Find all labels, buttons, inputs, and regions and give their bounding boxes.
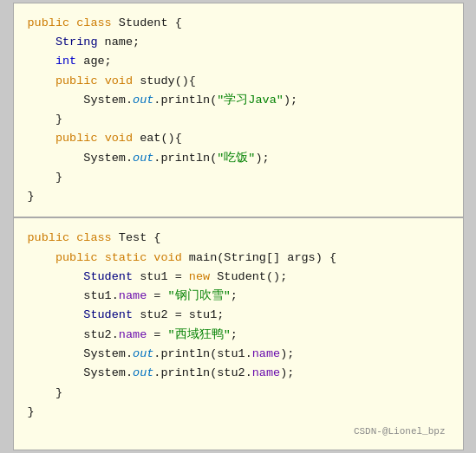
code-block-student: public class Student { String name; int … <box>13 3 464 218</box>
code-token <box>28 55 55 68</box>
code-token: .println( <box>153 94 217 107</box>
code-token: Student <box>83 270 133 283</box>
code-line: } <box>28 403 449 422</box>
code-line: stu2.name = "西域狂鸭"; <box>28 326 449 345</box>
code-token: ; <box>231 328 238 341</box>
code-token: eat(){ <box>140 132 182 145</box>
code-token: name <box>119 289 147 302</box>
code-line: public class Student { <box>28 14 449 33</box>
code-token: public <box>28 231 77 244</box>
code-line: public void eat(){ <box>28 129 449 148</box>
code-token: name <box>252 347 280 360</box>
code-token: name; <box>98 36 140 49</box>
code-line: stu1.name = "钢门吹雪"; <box>28 287 449 306</box>
code-token: ; <box>231 289 238 302</box>
code-token: name <box>119 328 147 341</box>
code-token: } <box>28 405 35 418</box>
code-token <box>28 270 84 283</box>
code-token: new <box>189 270 217 283</box>
code-token <box>28 251 55 264</box>
code-token: "学习Java" <box>217 94 284 107</box>
code-line: } <box>28 110 449 129</box>
code-token: } <box>28 171 63 184</box>
code-token: .println(stu2. <box>153 366 251 379</box>
code-line: int age; <box>28 52 449 71</box>
code-token: System. <box>83 94 133 107</box>
code-token: main(String[] args) { <box>189 251 336 264</box>
code-token <box>28 308 84 321</box>
code-token: } <box>28 113 63 126</box>
code-token: void <box>105 74 140 87</box>
code-token <box>28 36 55 49</box>
code-token: = <box>147 289 167 302</box>
code-token: study(){ <box>140 74 196 87</box>
code-token: void <box>105 132 140 145</box>
code-token: static <box>105 251 154 264</box>
code-token: String <box>55 36 98 49</box>
code-token: System. <box>83 152 133 165</box>
code-token: public <box>55 251 105 264</box>
code-line: public static void main(String[] args) { <box>28 249 449 268</box>
code-line: Student stu1 = new Student(); <box>28 268 449 287</box>
code-token: "吃饭" <box>217 152 255 165</box>
code-line: } <box>28 168 449 187</box>
code-token: name <box>252 366 280 379</box>
code-line: String name; <box>28 33 449 52</box>
code-token: ); <box>280 347 294 360</box>
code-token <box>28 152 84 165</box>
code-token: stu1 = <box>133 270 189 283</box>
code-token: class <box>76 16 119 29</box>
code-line: public class Test { <box>28 229 449 248</box>
code-token: out <box>133 94 153 107</box>
code-token: Student { <box>119 16 182 29</box>
code-token: out <box>133 347 153 360</box>
code-token <box>28 289 84 302</box>
code-token: public <box>55 132 105 145</box>
code-token: int <box>55 55 76 68</box>
code-line: } <box>28 384 449 403</box>
code-token <box>28 94 84 107</box>
code-token: Student(); <box>217 270 287 283</box>
code-line: System.out.println(stu1.name); <box>28 345 449 364</box>
code-token: age; <box>76 55 112 68</box>
code-token <box>28 347 84 360</box>
code-token: = <box>147 328 167 341</box>
code-token <box>28 366 84 379</box>
code-token: stu1. <box>83 289 119 302</box>
code-token: void <box>153 251 189 264</box>
watermark: CSDN-@Lionel_bpz <box>28 422 449 439</box>
code-line: Student stu2 = stu1; <box>28 306 449 325</box>
code-token: .println(stu1. <box>153 347 251 360</box>
code-token: System. <box>83 366 133 379</box>
code-line: System.out.println(stu2.name); <box>28 364 449 383</box>
code-token: stu2 = stu1; <box>133 308 224 321</box>
code-token: out <box>133 152 153 165</box>
code-token: class <box>76 231 119 244</box>
code-token: Student <box>83 308 133 321</box>
code-block-test: public class Test { public static void m… <box>13 217 464 450</box>
code-token: out <box>133 366 153 379</box>
code-token: ); <box>284 94 297 107</box>
code-token: "钢门吹雪" <box>168 289 231 302</box>
code-token: "西域狂鸭" <box>168 328 231 341</box>
code-token <box>28 328 84 341</box>
code-token: } <box>28 190 35 203</box>
code-line: } <box>28 187 449 206</box>
code-token <box>28 132 55 145</box>
code-token: } <box>28 386 63 399</box>
code-line: System.out.println("学习Java"); <box>28 91 449 110</box>
code-token: Test { <box>119 231 161 244</box>
code-token: System. <box>83 347 133 360</box>
code-token: public <box>55 74 105 87</box>
code-token: stu2. <box>83 328 119 341</box>
code-token <box>28 74 55 87</box>
code-token: ); <box>255 152 269 165</box>
code-line: public void study(){ <box>28 72 449 91</box>
code-token: public <box>28 16 77 29</box>
code-token: ); <box>280 366 294 379</box>
code-token: .println( <box>153 152 217 165</box>
code-line: System.out.println("吃饭"); <box>28 149 449 168</box>
